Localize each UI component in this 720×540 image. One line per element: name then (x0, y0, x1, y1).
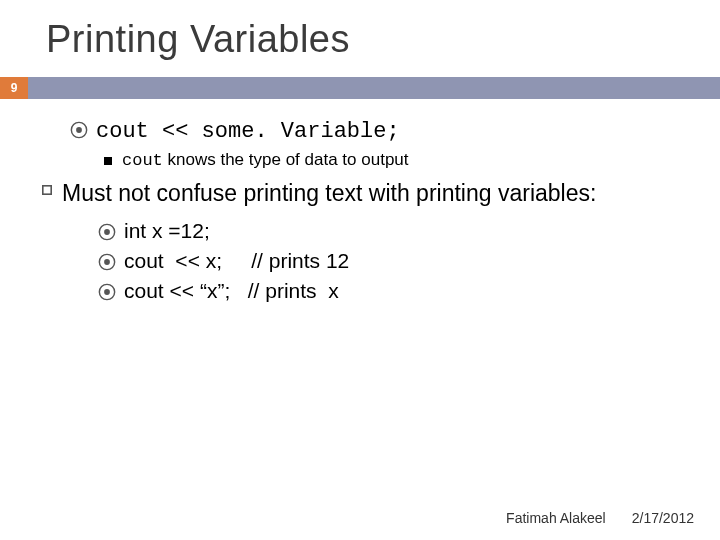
bullet-text: int x =12; (124, 219, 210, 243)
bullet-text: Must not confuse printing text with prin… (62, 178, 596, 209)
sub-line-2: cout << x; // prints 12 (98, 249, 690, 273)
svg-point-1 (76, 127, 82, 133)
bullet-line-3: Must not confuse printing text with prin… (42, 178, 690, 209)
sub-bullet-block: int x =12; cout << x; // prints 12 cout … (98, 219, 690, 303)
target-bullet-icon (98, 283, 116, 301)
square-bullet-icon (104, 157, 112, 165)
code-cout: cout (96, 119, 149, 144)
code-cout: cout (122, 151, 163, 170)
code-rest: << some. Variable; (149, 119, 400, 144)
square-bullet-block: Must not confuse printing text with prin… (70, 178, 690, 303)
plain-text: knows the type of data to output (163, 150, 409, 169)
bullet-text: cout << x; // prints 12 (124, 249, 349, 273)
slide: Printing Variables 9 cout << some. Varia… (0, 0, 720, 540)
gray-bar (28, 77, 720, 99)
sub-line-1: int x =12; (98, 219, 690, 243)
bullet-line-1: cout << some. Variable; (70, 117, 690, 144)
footer-author: Fatimah Alakeel (506, 510, 606, 526)
svg-point-8 (104, 289, 110, 295)
bullet-text: cout << some. Variable; (96, 117, 400, 144)
header-bar: 9 (0, 77, 720, 99)
footer: Fatimah Alakeel 2/17/2012 (506, 510, 694, 526)
bullet-text: cout << “x”; // prints x (124, 279, 339, 303)
svg-point-4 (104, 229, 110, 235)
footer-date: 2/17/2012 (632, 510, 694, 526)
target-bullet-icon (98, 223, 116, 241)
target-bullet-icon (70, 121, 88, 139)
bullet-line-2: cout knows the type of data to output (104, 150, 690, 170)
svg-point-6 (104, 259, 110, 265)
slide-title: Printing Variables (0, 0, 720, 71)
bullet-text: cout knows the type of data to output (122, 150, 409, 170)
sub-line-3: cout << “x”; // prints x (98, 279, 690, 303)
content-area: cout << some. Variable; cout knows the t… (0, 99, 720, 303)
target-bullet-icon (98, 253, 116, 271)
hollow-square-icon (42, 185, 52, 195)
page-number: 9 (0, 77, 28, 99)
svg-rect-2 (43, 186, 51, 194)
